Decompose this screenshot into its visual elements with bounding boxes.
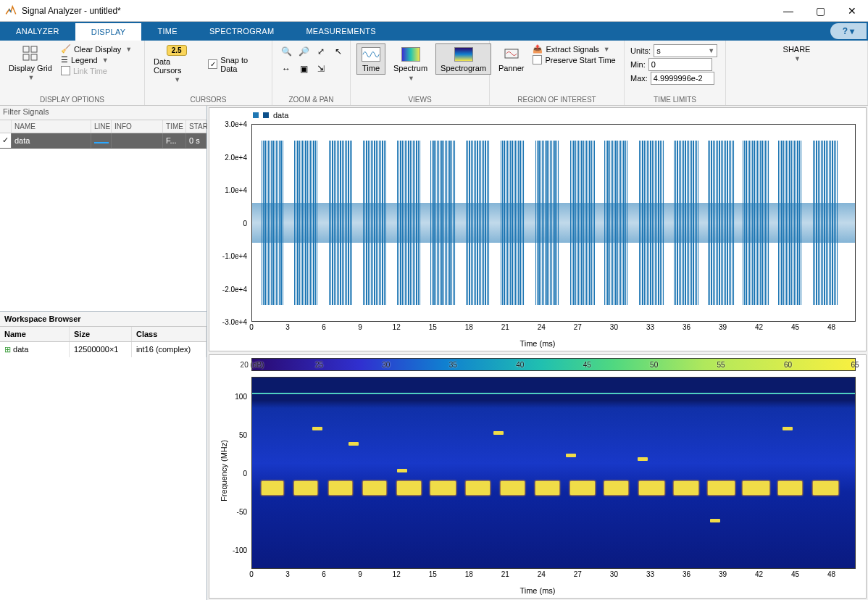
title-bar: Signal Analyzer - untitled* ― ▢ ✕: [0, 0, 868, 22]
clear-icon: 🧹: [61, 44, 71, 54]
zoom-in-icon[interactable]: 🔍: [278, 43, 294, 59]
tab-time[interactable]: TIME: [141, 22, 193, 41]
group-label-views: VIEWS: [356, 96, 483, 105]
left-panel: Filter Signals NAME LINE INFO TIME START…: [0, 106, 207, 600]
signal-check[interactable]: ✓: [0, 133, 12, 148]
view-spectrogram-button[interactable]: Spectrogram: [435, 43, 491, 75]
max-label: Max:: [630, 74, 648, 83]
help-button[interactable]: ? ▾: [830, 23, 867, 39]
panner-button[interactable]: Panner: [496, 43, 527, 74]
plot-area: data -3.0e+4-2.0e+4-1.0e+401.0e+42.0e+43…: [207, 106, 868, 600]
extract-signals-button[interactable]: 📤Extract Signals▼: [533, 43, 615, 54]
min-input[interactable]: [648, 58, 712, 71]
pan-icon[interactable]: ⇲: [313, 61, 329, 77]
display-grid-button[interactable]: Display Grid ▼: [6, 43, 55, 83]
time-plot[interactable]: data -3.0e+4-2.0e+4-1.0e+401.0e+42.0e+43…: [209, 107, 867, 351]
window-title: Signal Analyzer - untitled*: [22, 6, 121, 16]
svg-rect-1: [31, 46, 37, 52]
preserve-start-time-check[interactable]: Preserve Start Time: [533, 54, 615, 65]
spectrogram-view-icon: [454, 47, 473, 62]
group-label-display-options: DISPLAY OPTIONS: [6, 96, 138, 105]
spectrogram-plot[interactable]: 20 (dB)253035404550556065 Frequency (MHz…: [209, 354, 867, 599]
time-xlabel: Time (ms): [209, 339, 866, 348]
group-label-roi: REGION OF INTEREST: [496, 96, 618, 105]
units-combo[interactable]: s▼: [654, 44, 717, 57]
maximize-button[interactable]: ▢: [804, 0, 836, 22]
ribbon: Display Grid ▼ 🧹Clear Display▼ ☰Legend▼ …: [0, 41, 868, 106]
svg-rect-0: [23, 46, 29, 52]
zoom-xy-icon[interactable]: ⤢: [313, 43, 329, 59]
svg-rect-3: [31, 54, 37, 60]
view-spectrum-button[interactable]: Spectrum▼: [388, 43, 433, 84]
share-button[interactable]: SHARE▼: [780, 43, 814, 64]
close-button[interactable]: ✕: [836, 0, 868, 22]
extract-icon: 📤: [533, 44, 543, 54]
zoom-y-icon[interactable]: [330, 61, 346, 77]
panner-icon: [503, 45, 520, 62]
app-icon: [4, 4, 17, 17]
max-input[interactable]: [651, 72, 714, 85]
view-time-button[interactable]: Time: [356, 43, 385, 75]
tab-analyzer[interactable]: ANALYZER: [0, 22, 75, 41]
data-cursors-button[interactable]: 2.5 Data Cursors ▼: [151, 43, 202, 85]
tab-spectrogram[interactable]: SPECTROGRAM: [193, 22, 290, 41]
min-label: Min:: [630, 60, 646, 69]
zoom-x-icon[interactable]: ↔: [278, 61, 294, 77]
legend-icon: ☰: [61, 55, 68, 64]
pointer-icon[interactable]: ↖: [330, 43, 346, 59]
units-label: Units:: [630, 46, 651, 55]
filter-signals-input[interactable]: Filter Signals: [0, 106, 206, 120]
tab-bar: ANALYZER DISPLAY TIME SPECTROGRAM MEASUR…: [0, 22, 868, 41]
tab-display[interactable]: DISPLAY: [75, 22, 142, 41]
legend-button[interactable]: ☰Legend▼: [61, 54, 132, 65]
signal-row-data[interactable]: ✓ data F... 0 s: [0, 133, 206, 149]
time-legend: data: [253, 111, 288, 120]
workspace-browser-header: Workspace Browser: [0, 311, 206, 327]
spectrum-view-icon: [401, 47, 420, 62]
fit-icon[interactable]: ▣: [296, 61, 312, 77]
workspace-columns: Name Size Class: [0, 327, 206, 342]
tab-measurements[interactable]: MEASUREMENTS: [290, 22, 392, 41]
group-label-time-limits: TIME LIMITS: [630, 96, 719, 105]
signals-header: NAME LINE INFO TIME START: [0, 120, 206, 133]
snap-to-data-check[interactable]: ✓Snap to Data: [208, 55, 266, 74]
zoom-out-icon[interactable]: 🔎: [296, 43, 312, 59]
group-label-cursors: CURSORS: [151, 96, 266, 105]
workspace-row-data[interactable]: ⊞ data 12500000×1 int16 (complex): [0, 342, 206, 357]
link-time-button: Link Time: [61, 65, 132, 76]
cursor-badge: 2.5: [167, 45, 187, 56]
minimize-button[interactable]: ―: [772, 0, 804, 22]
group-label-zoom: ZOOM & PAN: [278, 96, 344, 105]
variable-icon: ⊞: [4, 345, 11, 354]
svg-rect-2: [23, 54, 29, 60]
time-view-icon: [362, 47, 380, 62]
colorbar: 20 (dB)253035404550556065: [251, 358, 856, 371]
spec-xlabel: Time (ms): [209, 586, 866, 595]
clear-display-button[interactable]: 🧹Clear Display▼: [61, 43, 132, 54]
